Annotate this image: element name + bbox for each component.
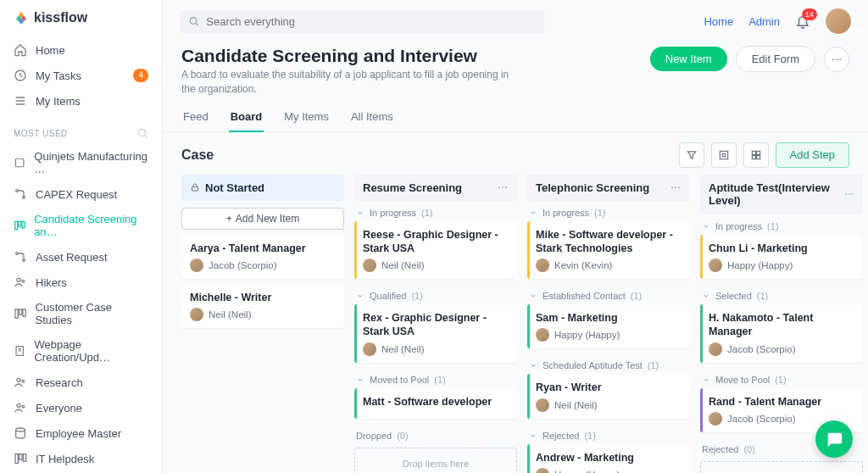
page-title: Candidate Screening and Interview <box>181 46 520 66</box>
chevron-down-icon <box>356 376 364 384</box>
search-icon[interactable] <box>136 127 148 139</box>
tab-all-items[interactable]: All Items <box>349 103 395 131</box>
svg-rect-30 <box>752 151 755 154</box>
sidebar-item-capex[interactable]: CAPEX Request <box>0 181 162 207</box>
sidebar-item-case-studies[interactable]: Customer Case Studies <box>0 295 162 332</box>
tab-feed[interactable]: Feed <box>181 103 210 131</box>
group-selected[interactable]: Selected(1) <box>700 284 863 304</box>
column-header[interactable]: Resume Screening <box>354 175 517 201</box>
avatar <box>709 342 722 356</box>
chevron-down-icon <box>529 292 537 300</box>
svg-point-27 <box>839 58 841 60</box>
card[interactable]: Andrew - Marketing Happy (Happy) <box>527 444 690 473</box>
edit-form-button[interactable]: Edit Form <box>736 46 815 72</box>
sidebar-item-hikers[interactable]: Hikers <box>0 270 162 295</box>
search-box[interactable] <box>180 10 544 33</box>
sidebar-item-employee[interactable]: Employee Master <box>0 420 162 446</box>
topbar: Home Admin 14 <box>163 0 868 42</box>
column-header[interactable]: Not Started <box>181 175 344 201</box>
group-scheduled[interactable]: Scheduled Aptitude Test(1) <box>527 353 690 374</box>
add-step-button[interactable]: Add Step <box>776 142 850 168</box>
dots-icon[interactable] <box>497 181 509 193</box>
card[interactable]: Chun Li - Marketing Happy (Happy) <box>700 235 863 279</box>
sidebar-item-helpdesk[interactable]: IT Helpdesk <box>0 446 162 471</box>
user-avatar[interactable] <box>826 8 851 34</box>
svg-rect-34 <box>192 187 198 192</box>
svg-rect-6 <box>19 221 21 226</box>
sidebar-item-webpage[interactable]: Webpage Creation/Upd… <box>0 332 162 370</box>
logo[interactable]: kissflow <box>0 0 162 36</box>
group-rejected[interactable]: Rejected(1) <box>527 424 690 444</box>
group-dropped[interactable]: Dropped(0) <box>354 424 517 444</box>
svg-rect-5 <box>15 221 18 229</box>
sidebar-item-everyone[interactable]: Everyone <box>0 395 162 420</box>
card[interactable]: Aarya - Talent Manager Jacob (Scorpio) <box>181 235 344 279</box>
svg-point-3 <box>16 190 19 192</box>
card[interactable]: Rex - Graphic Designer - Stark USA Neil … <box>354 304 517 363</box>
svg-rect-31 <box>756 151 760 154</box>
page-subtitle: A board to evaluate the suitability of a… <box>181 68 520 97</box>
card[interactable]: Reese - Graphic Designer - Stark USA Nei… <box>354 221 517 280</box>
search-icon <box>188 15 199 27</box>
group-in-progress[interactable]: In progress(1) <box>700 214 863 235</box>
column-header[interactable]: Aptitude Test(Interview Level) <box>700 175 863 214</box>
notifications[interactable]: 14 <box>795 14 810 29</box>
avatar <box>709 412 722 426</box>
most-used-list: Quinjets Manufacturing … CAPEX Request C… <box>0 142 162 473</box>
svg-point-1 <box>138 129 145 136</box>
grid-button[interactable] <box>743 142 769 168</box>
group-moved[interactable]: Moved to Pool(1) <box>354 368 517 388</box>
group-qualified[interactable]: Qualified(1) <box>354 284 517 304</box>
svg-rect-7 <box>22 221 25 228</box>
group-in-progress[interactable]: In progress(1) <box>527 201 690 221</box>
card[interactable]: Matt - Software developer <box>354 388 517 419</box>
chevron-down-icon <box>529 431 537 440</box>
flow-icon <box>14 187 27 201</box>
svg-point-36 <box>502 186 504 188</box>
nav-home[interactable]: Home <box>0 37 162 63</box>
add-new-item-button[interactable]: +Add New Item <box>181 208 344 230</box>
group-in-progress[interactable]: In progress(1) <box>354 201 517 221</box>
card[interactable]: Michelle - Writer Neil (Neil) <box>181 284 344 328</box>
search-input[interactable] <box>206 15 536 28</box>
sidebar-item-research[interactable]: Research <box>0 370 162 395</box>
group-established[interactable]: Established Contact(1) <box>527 284 690 304</box>
more-button[interactable] <box>824 47 849 72</box>
chat-button[interactable] <box>815 420 853 458</box>
svg-point-37 <box>505 186 507 188</box>
group-move[interactable]: Move to Pool(1) <box>700 368 863 388</box>
svg-rect-14 <box>23 309 25 316</box>
tab-board[interactable]: Board <box>229 103 264 131</box>
dots-icon[interactable] <box>670 181 682 193</box>
svg-rect-2 <box>15 159 24 167</box>
card[interactable]: H. Nakamoto - Talent Manager Jacob (Scor… <box>700 304 863 363</box>
flow-icon <box>14 250 27 264</box>
column-header[interactable]: Telephonic Screening <box>527 175 690 201</box>
dots-icon[interactable] <box>844 188 854 200</box>
card[interactable]: Sam - Marketing Happy (Happy) <box>527 304 690 348</box>
doc-icon <box>14 344 25 358</box>
nav-my-tasks[interactable]: My Tasks 4 <box>0 63 162 88</box>
nav-my-items[interactable]: My Items <box>0 88 162 114</box>
card[interactable]: Mike - Software developer - Stark Techno… <box>527 221 690 280</box>
tabs: Feed Board My Items All Items <box>163 103 868 132</box>
sidebar-item-quinjets[interactable]: Quinjets Manufacturing … <box>0 144 162 181</box>
dropzone[interactable]: Drop items here <box>700 461 863 473</box>
sidebar-item-asset[interactable]: Asset Request <box>0 244 162 270</box>
db-icon <box>14 426 27 440</box>
new-item-button[interactable]: New Item <box>650 47 727 71</box>
svg-point-24 <box>190 18 197 25</box>
top-home-link[interactable]: Home <box>704 15 733 28</box>
sidebar-item-candidate[interactable]: Candidate Screening an… <box>0 207 162 244</box>
svg-point-20 <box>16 428 25 431</box>
expand-button[interactable] <box>711 142 737 168</box>
people-icon <box>14 401 27 415</box>
tab-my-items[interactable]: My Items <box>282 103 331 131</box>
top-admin-link[interactable]: Admin <box>748 15 780 28</box>
most-used-label: MOST USED <box>0 115 162 142</box>
dropzone[interactable]: Drop items here <box>354 448 517 473</box>
svg-point-8 <box>16 253 19 255</box>
filter-button[interactable] <box>679 142 704 168</box>
card[interactable]: Ryan - Writer Neil (Neil) <box>527 374 690 418</box>
svg-point-18 <box>17 403 20 407</box>
